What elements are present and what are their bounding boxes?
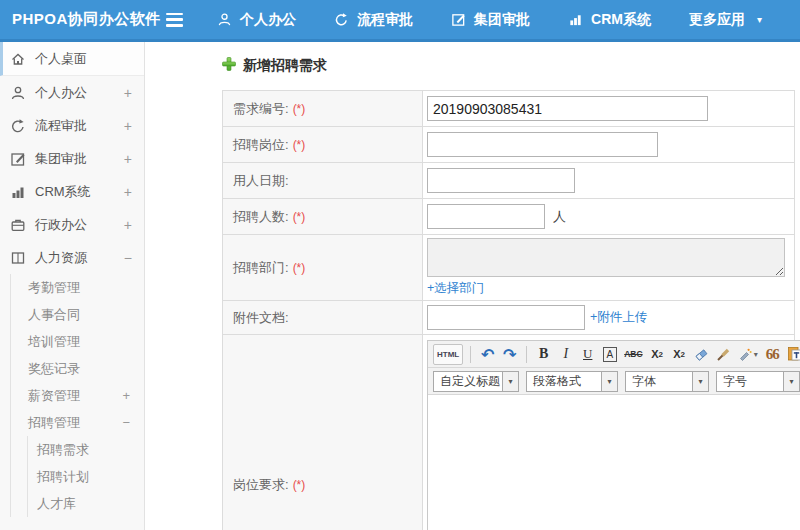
sidebar-item-group-approval[interactable]: 集团审批 + xyxy=(0,142,144,175)
superscript-button[interactable]: X2 xyxy=(648,344,667,365)
form-row-recruit-department: 招聘部门: (*) +选择部门 xyxy=(223,235,794,301)
sidebar-item-label: 招聘需求 xyxy=(37,441,89,459)
sidebar-item-training[interactable]: 培训管理 xyxy=(11,328,144,355)
sidebar-item-attendance[interactable]: 考勤管理 xyxy=(11,274,144,301)
attachment-input[interactable] xyxy=(427,305,585,330)
user-icon xyxy=(10,85,26,101)
font-family-select[interactable]: 字体 ▾ xyxy=(625,371,709,392)
format-brush-icon[interactable] xyxy=(714,344,733,365)
required-mark: (*) xyxy=(293,138,306,152)
sidebar-item-crm-system[interactable]: CRM系统 + xyxy=(0,175,144,208)
sidebar-item-label: 集团审批 xyxy=(35,150,87,168)
topnav-label: 流程审批 xyxy=(357,11,413,29)
expand-icon[interactable]: + xyxy=(124,85,132,101)
sidebar-item-admin-office[interactable]: 行政办公 + xyxy=(0,208,144,241)
sidebar-item-label: 个人办公 xyxy=(35,84,87,102)
sidebar-item-recruit-plan[interactable]: 招聘计划 xyxy=(28,463,144,490)
topnav-crm-system[interactable]: CRM系统 xyxy=(568,11,651,29)
page-title: 新增招聘需求 xyxy=(243,57,327,75)
sidebar: 个人桌面 个人办公 + 流程审批 + 集团审批 + CRM系统 + 行政办公 +… xyxy=(0,42,145,530)
topnav-process-approval[interactable]: 流程审批 xyxy=(334,11,413,29)
expand-icon[interactable]: + xyxy=(124,217,132,233)
home-icon xyxy=(10,51,26,67)
topnav-personal-office[interactable]: 个人办公 xyxy=(217,11,296,29)
caret-down-icon: ▾ xyxy=(783,372,799,391)
form-row-demand-number: 需求编号: (*) xyxy=(223,91,794,127)
hire-date-input[interactable] xyxy=(427,168,575,193)
select-department-link[interactable]: +选择部门 xyxy=(427,280,484,297)
required-mark: (*) xyxy=(293,102,306,116)
font-size-select[interactable]: 字号 ▾ xyxy=(716,371,800,392)
form-row-attachment: 附件文档: +附件上传 xyxy=(223,301,794,335)
rich-text-editor: HTML ↶ ↷ B I U A ABC X2 X2 ▾ xyxy=(427,340,800,530)
field-label: 招聘部门: (*) xyxy=(223,235,423,300)
caret-down-icon: ▾ xyxy=(502,372,518,391)
sidebar-item-label: 人事合同 xyxy=(28,306,80,324)
expand-icon[interactable]: + xyxy=(124,118,132,134)
italic-button[interactable]: I xyxy=(556,344,575,365)
attachment-upload-link[interactable]: +附件上传 xyxy=(590,309,647,326)
sidebar-item-recruit-demand[interactable]: 招聘需求 xyxy=(28,436,144,463)
collapse-icon[interactable]: − xyxy=(122,415,130,430)
field-label: 岗位要求: (*) xyxy=(223,335,423,530)
sidebar-item-human-resources[interactable]: 人力资源 − xyxy=(0,241,144,274)
compose-icon xyxy=(451,12,466,27)
demand-number-input[interactable] xyxy=(427,96,708,121)
sidebar-item-rewards[interactable]: 奖惩记录 xyxy=(11,355,144,382)
expand-icon[interactable]: + xyxy=(122,388,130,403)
pen-color-icon[interactable]: ▾ xyxy=(736,344,760,365)
form-row-headcount: 招聘人数: (*) 人 xyxy=(223,199,794,235)
recruit-demand-form: 需求编号: (*) 招聘岗位: (*) 用人日期: xyxy=(222,90,795,530)
eraser-icon[interactable] xyxy=(692,344,711,365)
required-mark: (*) xyxy=(293,261,306,275)
strikethrough-button[interactable]: ABC xyxy=(622,344,644,365)
sidebar-item-label: 人力资源 xyxy=(35,249,87,267)
compose-icon xyxy=(10,151,26,167)
heading-select[interactable]: 自定义标题 ▾ xyxy=(433,371,519,392)
subscript-button[interactable]: X2 xyxy=(670,344,689,365)
expand-icon[interactable]: + xyxy=(124,184,132,200)
form-row-hire-date: 用人日期: xyxy=(223,163,794,199)
bar-chart-icon xyxy=(568,12,583,27)
redo-icon[interactable]: ↷ xyxy=(500,344,519,365)
undo-icon[interactable]: ↶ xyxy=(478,344,497,365)
expand-icon[interactable]: + xyxy=(124,151,132,167)
sidebar-item-label: 招聘计划 xyxy=(37,468,89,486)
recruit-department-textarea[interactable] xyxy=(427,238,785,277)
field-label: 附件文档: xyxy=(223,301,423,334)
paragraph-format-select[interactable]: 段落格式 ▾ xyxy=(526,371,618,392)
recruit-position-input[interactable] xyxy=(427,132,658,157)
sidebar-item-salary[interactable]: 薪资管理 + xyxy=(11,382,144,409)
sidebar-item-label: 薪资管理 xyxy=(28,387,80,405)
font-style-button[interactable]: A xyxy=(600,344,619,365)
topnav-label: 个人办公 xyxy=(240,11,296,29)
sidebar-item-label: CRM系统 xyxy=(35,183,91,201)
book-icon xyxy=(10,250,26,266)
sidebar-item-personal-office[interactable]: 个人办公 + xyxy=(0,76,144,109)
collapse-icon[interactable]: − xyxy=(124,250,132,266)
briefcase-icon xyxy=(10,217,26,233)
editor-content-area[interactable] xyxy=(428,395,800,530)
sidebar-item-recruit-management[interactable]: 招聘管理 − xyxy=(11,409,144,436)
blockquote-button[interactable]: 66 xyxy=(763,344,782,365)
topnav-group-approval[interactable]: 集团审批 xyxy=(451,11,530,29)
sidebar-item-label: 考勤管理 xyxy=(28,279,80,297)
underline-button[interactable]: U xyxy=(578,344,597,365)
sidebar-item-talent-pool[interactable]: 人才库 xyxy=(28,490,144,517)
sidebar-item-hr-contract[interactable]: 人事合同 xyxy=(11,301,144,328)
headcount-input[interactable] xyxy=(427,204,545,229)
hr-submenu: 考勤管理 人事合同 培训管理 奖惩记录 薪资管理 + 招聘管理 − 招聘需求 招… xyxy=(10,274,144,517)
caret-down-icon: ▾ xyxy=(692,372,708,391)
topnav-more-apps[interactable]: 更多应用 ▾ xyxy=(689,11,762,29)
field-label: 用人日期: xyxy=(223,163,423,198)
topnav-label: 更多应用 xyxy=(689,11,745,29)
bold-button[interactable]: B xyxy=(534,344,553,365)
sidebar-item-process-approval[interactable]: 流程审批 + xyxy=(0,109,144,142)
hamburger-icon[interactable] xyxy=(166,13,183,27)
sidebar-item-personal-desktop[interactable]: 个人桌面 xyxy=(0,42,144,76)
paste-word-icon[interactable] xyxy=(785,344,800,365)
top-navigation: 个人办公 流程审批 集团审批 CRM系统 更多应用 ▾ xyxy=(217,11,800,29)
html-source-button[interactable]: HTML xyxy=(433,344,463,365)
required-mark: (*) xyxy=(293,478,306,492)
editor-toolbar-row1: HTML ↶ ↷ B I U A ABC X2 X2 ▾ xyxy=(428,341,800,368)
